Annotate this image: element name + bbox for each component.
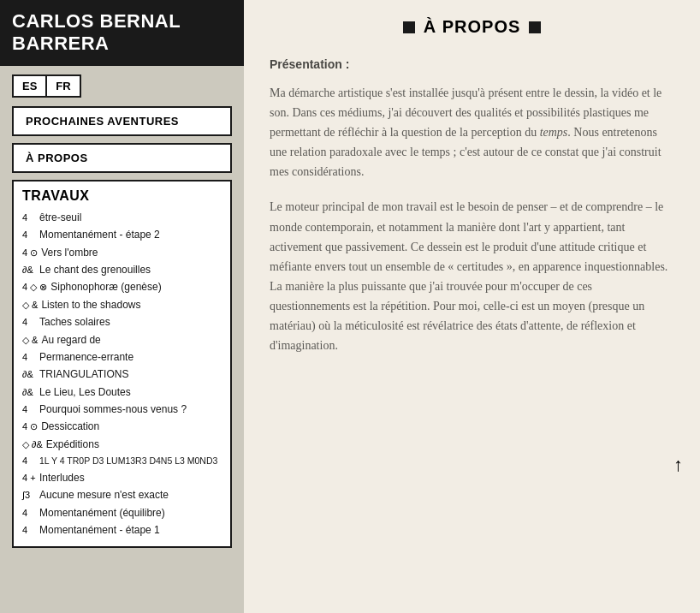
list-item[interactable]: ◇ &Au regard de [22, 331, 222, 348]
item-icon: ∂& [22, 262, 36, 278]
scroll-up-button[interactable]: ↑ [673, 454, 683, 476]
item-link[interactable]: être-seuil [39, 209, 81, 226]
item-link[interactable]: Vers l'ombre [41, 244, 98, 261]
list-item[interactable]: 4 ⊙Dessiccation [22, 418, 222, 435]
item-link[interactable]: Interludes [39, 469, 85, 486]
item-icon: ∂& [22, 366, 36, 383]
title-square-left [403, 21, 415, 33]
list-item[interactable]: 4Momentanément - étape 1 [22, 521, 222, 539]
list-item[interactable]: ◇ ∂&Expéditions [22, 436, 222, 453]
item-link[interactable]: 1L Y 4 TR0P D3 LUM13R3 D4N5 L3 M0ND3 [39, 454, 217, 469]
item-icon: 4 [22, 314, 36, 330]
prochaines-aventures-button[interactable]: PROCHAINES AVENTURES [12, 106, 232, 136]
list-item[interactable]: 4Momentanément (équilibre) [22, 504, 222, 521]
item-link[interactable]: TRIANGULATIONS [39, 366, 128, 383]
title-square-right [529, 21, 541, 33]
list-item[interactable]: ∂&Le chant des grenouilles [22, 261, 222, 278]
item-link[interactable]: Momentanément - étape 2 [39, 226, 160, 243]
item-icon: 4 [22, 349, 36, 366]
author-name: CARLOS BERNAL BARRERA [0, 0, 244, 66]
sidebar: CARLOS BERNAL BARRERA ES FR PROCHAINES A… [0, 0, 244, 613]
list-item[interactable]: ∂&Le Lieu, Les Doutes [22, 384, 222, 401]
list-item[interactable]: ∂&TRIANGULATIONS [22, 366, 222, 383]
item-icon: 4 [22, 453, 36, 469]
content-area: À PROPOS Présentation : Ma démarche arti… [244, 0, 700, 613]
list-item[interactable]: 41L Y 4 TR0P D3 LUM13R3 D4N5 L3 M0ND3 [22, 453, 222, 469]
travaux-section: TRAVAUX 4être-seuil 4Momentanément - éta… [12, 180, 232, 548]
travaux-title: TRAVAUX [22, 188, 222, 204]
item-icon: 4 [22, 522, 36, 539]
item-link[interactable]: Taches solaires [39, 313, 110, 330]
item-icon: ◇ & [22, 332, 38, 348]
item-icon: 4 + [22, 470, 36, 486]
list-item[interactable]: 4Pourquoi sommes-nous venus ? [22, 401, 222, 418]
section-title: À PROPOS [270, 17, 674, 37]
list-item[interactable]: ◇ &Listen to the shadows [22, 296, 222, 313]
item-link[interactable]: Dessiccation [41, 418, 99, 435]
lang-fr-button[interactable]: FR [45, 74, 80, 98]
item-link[interactable]: Expéditions [46, 436, 99, 453]
item-icon: ◇ ∂& [22, 437, 43, 453]
list-item[interactable]: 4Taches solaires [22, 313, 222, 330]
item-icon: 4 ⊙ [22, 419, 38, 435]
content-paragraph-2: Le moteur principal de mon travail est l… [270, 197, 674, 355]
list-item[interactable]: 4Momentanément - étape 2 [22, 226, 222, 243]
section-title-text: À PROPOS [424, 17, 521, 37]
item-icon: ∂& [22, 384, 36, 401]
item-link[interactable]: Aucune mesure n'est exacte [39, 486, 169, 503]
item-icon: 4 [22, 505, 36, 521]
presentation-title: Présentation : [270, 57, 674, 71]
author-name-line1: CARLOS BERNAL [12, 10, 181, 32]
travaux-list: 4être-seuil 4Momentanément - étape 2 4 ⊙… [22, 209, 222, 539]
item-link[interactable]: Au regard de [41, 331, 100, 348]
author-name-line2: BARRERA [12, 33, 110, 54]
item-link[interactable]: Momentanément (équilibre) [39, 504, 165, 521]
item-icon: 4 ⊙ [22, 245, 38, 261]
list-item[interactable]: ∫3Aucune mesure n'est exacte [22, 486, 222, 503]
item-link[interactable]: Siphonophoræ (genèse) [50, 278, 161, 295]
item-link[interactable]: Pourquoi sommes-nous venus ? [39, 401, 187, 418]
item-link[interactable]: Permanence-errante [39, 348, 133, 366]
list-item[interactable]: 4être-seuil [22, 209, 222, 226]
list-item[interactable]: 4 ◇ ⊗Siphonophoræ (genèse) [22, 278, 222, 295]
item-icon: 4 [22, 210, 36, 226]
list-item[interactable]: 4 ⊙Vers l'ombre [22, 244, 222, 261]
content-paragraph-1: Ma démarche artistique s'est installée j… [270, 83, 674, 182]
apropos-button[interactable]: À PROPOS [12, 143, 232, 173]
item-link[interactable]: Listen to the shadows [41, 296, 140, 313]
item-link[interactable]: Le chant des grenouilles [39, 261, 151, 278]
item-icon: 4 [22, 402, 36, 418]
lang-es-button[interactable]: ES [12, 74, 47, 98]
language-switcher: ES FR [0, 66, 244, 106]
item-link[interactable]: Le Lieu, Les Doutes [39, 384, 131, 401]
item-icon: ◇ & [22, 297, 38, 313]
item-icon: 4 [22, 227, 36, 243]
list-item[interactable]: 4 +Interludes [22, 469, 222, 486]
list-item[interactable]: 4Permanence-errante [22, 348, 222, 366]
item-link[interactable]: Momentanément - étape 1 [39, 521, 160, 539]
item-icon: 4 ◇ ⊗ [22, 279, 47, 295]
item-icon: ∫3 [22, 487, 36, 503]
